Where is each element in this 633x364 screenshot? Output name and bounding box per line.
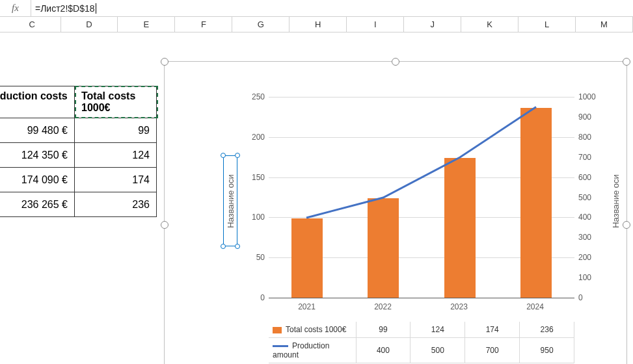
y-right-tick: 200	[578, 253, 591, 262]
table-header-production-costs[interactable]: Production costs	[0, 86, 75, 118]
chart-object[interactable]: Название оси Название оси 0 50	[164, 61, 627, 364]
chart-plot[interactable]: 0 50 100 150 200 250 0 100 200 300 400 5…	[269, 97, 574, 298]
formula-bar: fx =Лист2!$D$18	[0, 0, 633, 17]
data-cell: 99	[356, 322, 411, 338]
x-cat: 2021	[269, 302, 345, 318]
y-right-tick: 800	[578, 133, 591, 142]
y-left-tick: 0	[260, 293, 265, 302]
bar-swatch-icon	[273, 327, 282, 333]
text-resize-handle[interactable]	[235, 153, 240, 158]
y-right-tick: 100	[578, 273, 591, 282]
legend-row-bars[interactable]: Total costs 1000€ 99 124 174 236	[269, 322, 574, 338]
text-caret	[96, 3, 96, 14]
cell-total-costs[interactable]: 99	[75, 118, 157, 143]
cell-production-costs[interactable]: 99 480 €	[0, 118, 75, 143]
data-cell: 174	[465, 322, 520, 338]
text-resize-handle[interactable]	[221, 244, 226, 249]
x-cat: 2022	[345, 302, 421, 318]
data-cell: 400	[356, 338, 411, 363]
y-left-tick: 50	[256, 253, 265, 262]
y-left-tick: 100	[252, 213, 265, 222]
chart-plot-area[interactable]: Название оси Название оси 0 50	[180, 84, 613, 346]
data-cell: 700	[465, 338, 520, 363]
col-head-J[interactable]: J	[404, 17, 461, 32]
table-row[interactable]: 124 350 € 124	[0, 143, 157, 168]
text-resize-handle[interactable]	[221, 153, 226, 158]
cell-total-costs[interactable]: 124	[75, 143, 157, 168]
fx-icon[interactable]: fx	[0, 0, 31, 16]
column-header-row: C D E F G H I J K L M	[0, 17, 633, 32]
x-cat: 2024	[497, 302, 573, 318]
cell-production-costs[interactable]: 174 090 €	[0, 168, 75, 192]
x-category-labels: 2021 2022 2023 2024	[269, 302, 573, 318]
y-right-tick: 300	[578, 233, 591, 242]
col-head-G[interactable]: G	[232, 17, 290, 32]
y-right-tick: 500	[578, 193, 591, 202]
y-right-tick: 600	[578, 173, 591, 182]
y-axis-title-right[interactable]: Название оси	[608, 155, 623, 246]
y-right-tick: 900	[578, 112, 591, 122]
resize-handle[interactable]	[161, 221, 168, 229]
y-axis-title-right-text: Название оси	[611, 174, 621, 228]
table-row[interactable]: 99 480 € 99	[0, 118, 157, 143]
y-left-tick: 150	[252, 173, 265, 182]
chart-data-table[interactable]: Total costs 1000€ 99 124 174 236 Product…	[269, 322, 574, 363]
worksheet-area[interactable]: Production costs Total costs 1000€ 99 48…	[0, 32, 633, 364]
y-left-tick: 250	[252, 92, 265, 101]
cell-production-costs[interactable]: 124 350 €	[0, 143, 75, 168]
cell-production-costs[interactable]: 236 265 €	[0, 192, 75, 217]
resize-handle[interactable]	[623, 221, 630, 229]
data-cell: 236	[520, 322, 574, 338]
resize-handle[interactable]	[392, 58, 399, 66]
data-cell: 950	[520, 338, 574, 363]
col-head-D[interactable]: D	[61, 17, 118, 32]
y-axis-title-left-text: Название оси	[226, 174, 236, 228]
data-cell: 124	[411, 322, 465, 338]
y-axis-title-left[interactable]: Название оси	[223, 155, 237, 246]
y-right-tick: 1000	[578, 92, 596, 101]
col-head-C[interactable]: C	[4, 17, 61, 32]
y-right-tick: 700	[578, 153, 591, 162]
col-head-I[interactable]: I	[347, 17, 404, 32]
col-head-H[interactable]: H	[290, 17, 347, 32]
table-header-total-costs[interactable]: Total costs 1000€	[75, 86, 157, 118]
y-left-tick: 200	[252, 133, 265, 142]
col-head-K[interactable]: K	[461, 17, 519, 32]
formula-text: =Лист2!$D$18	[35, 3, 95, 14]
formula-input[interactable]: =Лист2!$D$18	[31, 0, 633, 16]
y-right-tick: 0	[578, 293, 583, 302]
col-head-L[interactable]: L	[519, 17, 576, 32]
legend-label-line: Production amount	[273, 341, 329, 359]
table-row[interactable]: 174 090 € 174	[0, 168, 157, 192]
text-resize-handle[interactable]	[235, 244, 240, 249]
legend-label-bars: Total costs 1000€	[286, 325, 346, 334]
resize-handle[interactable]	[161, 58, 168, 66]
line-series[interactable]	[269, 97, 574, 298]
legend-row-line[interactable]: Production amount 400 500 700 950	[269, 338, 574, 363]
col-head-E[interactable]: E	[118, 17, 175, 32]
col-head-F[interactable]: F	[175, 17, 232, 32]
y-right-tick: 400	[578, 213, 591, 222]
source-data-table[interactable]: Production costs Total costs 1000€ 99 48…	[0, 86, 157, 217]
data-cell: 500	[411, 338, 465, 363]
line-swatch-icon	[273, 345, 288, 347]
cell-total-costs[interactable]: 236	[75, 192, 157, 217]
cell-total-costs[interactable]: 174	[75, 168, 157, 192]
table-row[interactable]: 236 265 € 236	[0, 192, 157, 217]
x-cat: 2023	[421, 302, 497, 318]
resize-handle[interactable]	[623, 58, 630, 66]
col-head-M[interactable]: M	[576, 17, 633, 32]
